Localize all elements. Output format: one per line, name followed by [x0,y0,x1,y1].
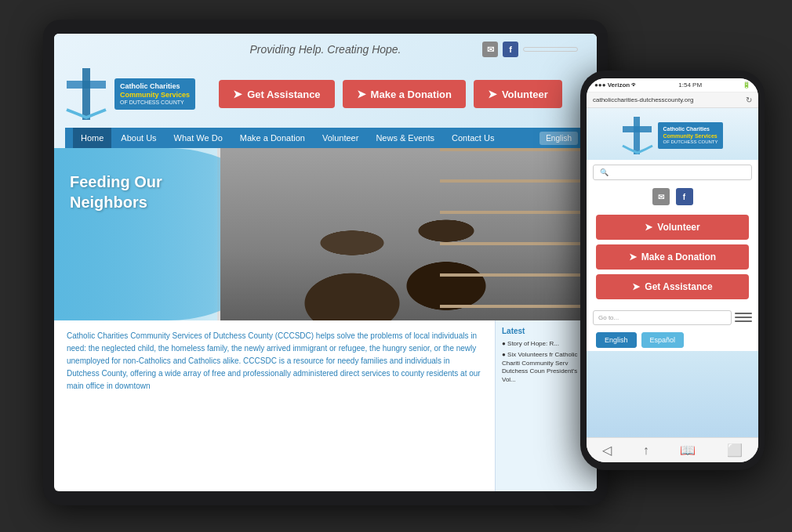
nav-about[interactable]: About Us [113,128,164,148]
battery-text: 🔋 [743,81,750,89]
phone-volunteer-label: Volunteer [657,222,699,233]
volunteer-label: Volunteer [502,89,548,100]
language-badge[interactable]: English [540,132,578,145]
phone-cross-logo [622,116,653,155]
phone-url-bar: catholiccharities-dutchesscounty.org ↻ [587,92,758,108]
phone-donation-button[interactable]: ➤ Make a Donation [596,244,749,270]
phone-bottom-bar: ◁ ↑ 📖 ⬜ [587,437,758,462]
menu-line-3 [735,320,752,322]
phone-donation-label: Make a Donation [641,252,716,262]
nav-home[interactable]: Home [73,128,111,148]
make-donation-label: Make a Donation [371,89,452,100]
nav-news[interactable]: News & Events [368,128,442,148]
url-text[interactable]: catholiccharities-dutchesscounty.org [593,96,743,103]
phone-goto-input[interactable]: Go to... [593,310,732,325]
nav-volunteer[interactable]: Volunteer [314,128,366,148]
menu-line-2 [735,317,752,318]
org-name: Catholic Charities [120,82,190,91]
arrow-icon: ➤ [488,88,497,100]
logo-text: Catholic Charities Community Services OF… [114,78,195,110]
get-assistance-label: Get Assistance [247,89,320,100]
site-header: Providing Help. Creating Hope. ✉ f [54,34,597,148]
header-main: Catholic Charities Community Services OF… [65,60,586,128]
phone-email-icon[interactable]: ✉ [652,188,670,205]
tabs-icon[interactable]: ⬜ [727,443,743,458]
phone-donation-icon: ➤ [629,252,637,262]
bookmarks-icon[interactable]: 📖 [680,443,696,458]
phone-org-county: OF DUTCHESS COUNTY [663,139,718,146]
carrier-text: ●●● Verizon ᯤ [594,81,638,89]
phone-org-name: Catholic Charities [663,125,718,132]
phone-english-button[interactable]: English [596,332,637,348]
content-area: Catholic Charities Community Services of… [54,320,597,491]
main-content: Catholic Charities Community Services of… [54,320,495,491]
tablet-screen: Providing Help. Creating Hope. ✉ f [54,34,597,491]
nav-contact[interactable]: Contact Us [444,128,502,148]
phone-assistance-label: Get Assistance [645,281,712,292]
phone-org-sub: Community Services [663,132,718,139]
news-item-2: ● Six Volunteers fr Catholic Chariti Com… [502,351,590,384]
cross-logo [65,67,108,121]
side-panel-title: Latest [502,327,590,335]
tablet-device: Providing Help. Creating Hope. ✉ f [43,20,608,505]
nav-what-we-do[interactable]: What We Do [166,128,231,148]
org-county: OF DUTCHESS COUNTY [120,100,190,106]
phone-volunteer-button[interactable]: ➤ Volunteer [596,215,749,240]
email-icon[interactable]: ✉ [482,42,498,57]
menu-line-1 [735,313,752,314]
phone-logo-area: Catholic Charities Community Services OF… [587,108,758,160]
phone-screen: ●●● Verizon ᯤ 1:54 PM 🔋 catholiccharitie… [587,78,758,462]
arrow-icon: ➤ [233,88,242,100]
svg-rect-2 [82,68,90,120]
action-buttons: ➤ Get Assistance ➤ Make a Donation ➤ Vol… [203,80,578,108]
hero-line1: Feeding Our [70,172,162,192]
phone-social-icons: ✉ f [587,185,758,208]
phone-assistance-button[interactable]: ➤ Get Assistance [596,274,749,299]
arrow-icon: ➤ [357,88,366,100]
phone-action-buttons: ➤ Volunteer ➤ Make a Donation ➤ Get Assi… [587,208,758,306]
phone-menu-icon[interactable] [735,309,752,326]
phone-content-preview [587,351,758,437]
nav-donation[interactable]: Make a Donation [232,128,313,148]
share-icon[interactable]: ↑ [643,443,649,458]
phone-device: ●●● Verizon ᯤ 1:54 PM 🔋 catholiccharitie… [580,71,765,470]
back-icon[interactable]: ◁ [602,443,612,458]
get-assistance-button[interactable]: ➤ Get Assistance [219,80,334,108]
make-donation-button[interactable]: ➤ Make a Donation [343,80,466,108]
svg-rect-3 [634,117,640,154]
phone-search[interactable]: 🔍 [593,165,752,180]
hero-line2: Neighbors [70,192,162,212]
phone-volunteer-icon: ➤ [645,222,652,233]
phone-logo-text: Catholic Charities Community Services OF… [658,122,722,149]
refresh-icon[interactable]: ↻ [746,96,752,104]
top-bar: Providing Help. Creating Hope. ✉ f [65,40,586,60]
hero-section: Feeding Our Neighbors [54,148,597,320]
facebook-icon[interactable]: f [503,42,518,57]
phone-status-bar: ●●● Verizon ᯤ 1:54 PM 🔋 [587,78,758,92]
svg-rect-4 [623,126,652,132]
phone-assistance-icon: ➤ [632,281,640,292]
news-item-1: ● Story of Hope: R... [502,340,590,348]
phone-goto-bar: Go to... [593,309,752,326]
hero-shelves [440,148,597,320]
volunteer-button[interactable]: ➤ Volunteer [474,80,562,108]
logo-area: Catholic Charities Community Services OF… [65,60,203,128]
hero-text: Feeding Our Neighbors [70,172,162,212]
body-paragraph: Catholic Charities Community Services of… [67,330,482,393]
time-text: 1:54 PM [678,81,702,89]
phone-language-bar: English Español [587,329,758,351]
search-box[interactable] [523,47,578,52]
org-sub: Community Services [120,91,190,100]
top-icon-group: ✉ f [482,42,578,57]
phone-facebook-icon[interactable]: f [676,188,693,205]
hero-image [220,148,597,320]
scene: Providing Help. Creating Hope. ✉ f [0,0,792,532]
nav-bar: Home About Us What We Do Make a Donation… [65,128,586,148]
phone-espanol-button[interactable]: Español [641,332,685,348]
